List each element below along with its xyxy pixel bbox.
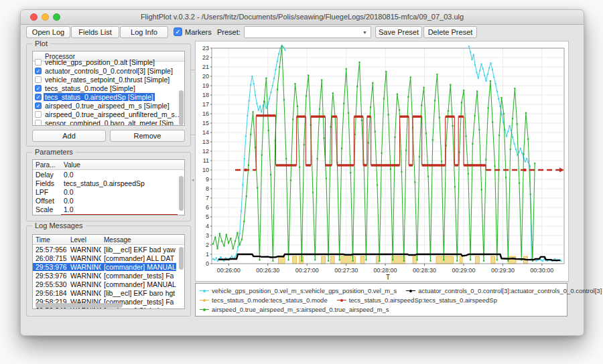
- log-message-row[interactable]: 29:53:976WARNING[commander] MANUAL: [33, 262, 184, 271]
- log-level: WARNING: [68, 272, 101, 280]
- processor-list-scrollbar[interactable]: [179, 90, 184, 125]
- log-level: WARNING: [68, 254, 101, 262]
- legend-marker-icon: [337, 299, 346, 301]
- window-footer: [21, 326, 584, 335]
- svg-text:21: 21: [202, 64, 209, 70]
- svg-text:00:28:00: 00:28:00: [374, 267, 397, 274]
- legend-marker-icon: [406, 290, 415, 292]
- log-level: WARNING: [68, 246, 101, 254]
- chart-panel[interactable]: 0123456789101112131415161718192021222300…: [195, 41, 569, 282]
- svg-text:11: 11: [203, 157, 209, 164]
- unchecked-checkbox[interactable]: [35, 76, 42, 83]
- checked-checkbox[interactable]: ✓: [35, 102, 42, 109]
- processor-row[interactable]: airspeed_0.true_airspeed_unfiltered_m_s …: [33, 110, 184, 118]
- title-bar: FlightPlot v.0.3.2 - /Users/fritz/Docume…: [21, 10, 584, 25]
- svg-text:9: 9: [206, 176, 209, 183]
- svg-text:00:27:30: 00:27:30: [334, 267, 358, 274]
- chevron-down-icon[interactable]: ▼: [360, 29, 369, 36]
- log-horizontal-scrollbar[interactable]: [36, 303, 123, 308]
- parameter-row[interactable]: Offset0.0: [33, 196, 184, 205]
- markers-label: Markers: [185, 28, 212, 36]
- log-info-button[interactable]: Log Info: [120, 26, 168, 38]
- processor-label: tecs_status_0.airspeedSp [Simple]: [44, 93, 155, 101]
- svg-text:00:29:30: 00:29:30: [491, 267, 515, 274]
- processor-row[interactable]: ✓tecs_status_0.airspeedSp [Simple]: [33, 92, 184, 101]
- legend-label: actuator_controls_0_0.control[3]:actuato…: [418, 287, 602, 294]
- svg-text:5: 5: [206, 213, 209, 220]
- processor-list[interactable]: Processor vehicle_gps_position_0.alt [Si…: [32, 51, 185, 126]
- svg-text:16: 16: [202, 110, 209, 117]
- parameter-name: LPF: [33, 188, 61, 196]
- log-message-row[interactable]: 29:55:530WARNING[commander] MANUAL: [33, 280, 184, 288]
- parameters-scrollbar[interactable]: [179, 176, 184, 211]
- legend-label: tecs_status_0.airspeedSp:tecs_status_0.a…: [349, 296, 497, 304]
- svg-text:23: 23: [202, 45, 209, 52]
- markers-checkbox[interactable]: ✓: [174, 27, 182, 36]
- open-log-button[interactable]: Open Log: [26, 26, 70, 38]
- log-message: [lib__ecl] EKF baro hgt: [101, 289, 175, 297]
- svg-text:00:26:00: 00:26:00: [217, 267, 241, 274]
- unchecked-checkbox[interactable]: [35, 111, 42, 118]
- svg-text:00:29:00: 00:29:00: [452, 267, 475, 274]
- legend-entry: vehicle_gps_position_0.vel_m_s:vehicle_g…: [200, 287, 397, 294]
- add-button[interactable]: Add: [32, 130, 106, 142]
- log-message: [commander] ALL DAT: [101, 254, 174, 262]
- log-message-row[interactable]: 25:57:956WARNING[lib__ecl] EKF bad yaw: [33, 245, 184, 254]
- remove-button[interactable]: Remove: [110, 130, 185, 142]
- parameter-row[interactable]: Scale1.0: [33, 205, 184, 213]
- parameters-table[interactable]: Para... Value Delay0.0Fieldstecs_status_…: [32, 159, 185, 215]
- fields-list-button[interactable]: Fields List: [71, 26, 119, 38]
- log-messages-panel-title: Log Messages: [32, 221, 86, 230]
- legend-label: airspeed_0.true_airspeed_m_s:airspeed_0.…: [212, 306, 389, 313]
- log-message-row[interactable]: 26:08:715WARNING[commander] ALL DAT: [33, 254, 184, 262]
- processor-row[interactable]: ✓actuator_controls_0_0.control[3] [Simpl…: [33, 66, 184, 75]
- log-message: [commander_tests] Fa: [101, 272, 174, 280]
- log-message: [commander] MANUAL: [101, 263, 176, 271]
- svg-text:20: 20: [202, 73, 209, 80]
- log-level: WARNING: [68, 280, 101, 288]
- split-collapse-arrow-icon[interactable]: ◂: [192, 177, 194, 183]
- processor-row[interactable]: sensor_combined_0.baro_alt_meter [Simple…: [33, 118, 184, 126]
- plot-canvas[interactable]: 0123456789101112131415161718192021222300…: [196, 41, 568, 281]
- unchecked-checkbox[interactable]: [35, 120, 42, 126]
- legend-label: tecs_status_0.mode:tecs_status_0.mode: [212, 296, 328, 304]
- svg-text:00:30:00: 00:30:00: [530, 267, 553, 274]
- processor-row[interactable]: ✓tecs_status_0.mode [Simple]: [33, 84, 184, 92]
- processor-row[interactable]: vehicle_rates_setpoint_0.thrust [Simple]: [33, 75, 184, 84]
- log-message: [lib__ecl] EKF bad yaw: [101, 246, 176, 254]
- log-vertical-scrollbar[interactable]: [179, 247, 184, 270]
- parameter-value: 0.0: [61, 188, 74, 196]
- checked-checkbox[interactable]: ✓: [35, 85, 42, 92]
- svg-text:13: 13: [202, 139, 209, 145]
- parameter-row[interactable]: Color...: [33, 213, 184, 215]
- checked-checkbox[interactable]: ✓: [35, 68, 42, 74]
- processor-row[interactable]: vehicle_gps_position_0.alt [Simple]: [33, 58, 184, 66]
- preset-combobox[interactable]: ▼: [244, 26, 371, 38]
- parameter-row[interactable]: LPF0.0: [33, 187, 184, 196]
- parameter-row[interactable]: Delay0.0: [33, 170, 184, 179]
- parameter-value: 0.0: [61, 171, 74, 179]
- svg-text:19: 19: [202, 82, 209, 89]
- save-preset-button[interactable]: Save Preset: [375, 26, 422, 38]
- param-column-header: Para...: [33, 161, 61, 169]
- log-message-row[interactable]: 29:53:976WARNING[commander_tests] Fa: [33, 271, 184, 280]
- unchecked-checkbox[interactable]: [35, 59, 42, 66]
- parameter-name: Scale: [33, 205, 61, 213]
- window-title: FlightPlot v.0.3.2 - /Users/fritz/Docume…: [21, 13, 584, 21]
- parameter-value: 1.0: [61, 205, 74, 213]
- processor-row[interactable]: ✓airspeed_0.true_airspeed_m_s [Simple]: [33, 101, 184, 110]
- svg-text:00:27:00: 00:27:00: [295, 267, 319, 274]
- plot-panel: Plot Processor vehicle_gps_position_0.al…: [26, 43, 191, 147]
- log-message-row[interactable]: 29:56:184WARNING[lib__ecl] EKF baro hgt: [33, 288, 184, 297]
- log-message: [commander] MANUAL: [101, 280, 176, 288]
- color-swatch[interactable]: [61, 214, 178, 215]
- checked-checkbox[interactable]: ✓: [35, 94, 42, 100]
- log-time: 29:53:976: [33, 263, 68, 271]
- svg-text:2: 2: [206, 242, 209, 248]
- processor-label: vehicle_gps_position_0.alt [Simple]: [44, 58, 156, 66]
- delete-preset-button[interactable]: Delete Preset: [423, 26, 477, 38]
- svg-text:4: 4: [206, 223, 209, 230]
- legend-entry: tecs_status_0.airspeedSp:tecs_status_0.a…: [337, 296, 497, 304]
- parameter-row[interactable]: Fieldstecs_status_0.airspeedSp: [33, 179, 184, 187]
- log-messages-table[interactable]: Time Level Message 25:57:956WARNING[lib_…: [32, 234, 185, 309]
